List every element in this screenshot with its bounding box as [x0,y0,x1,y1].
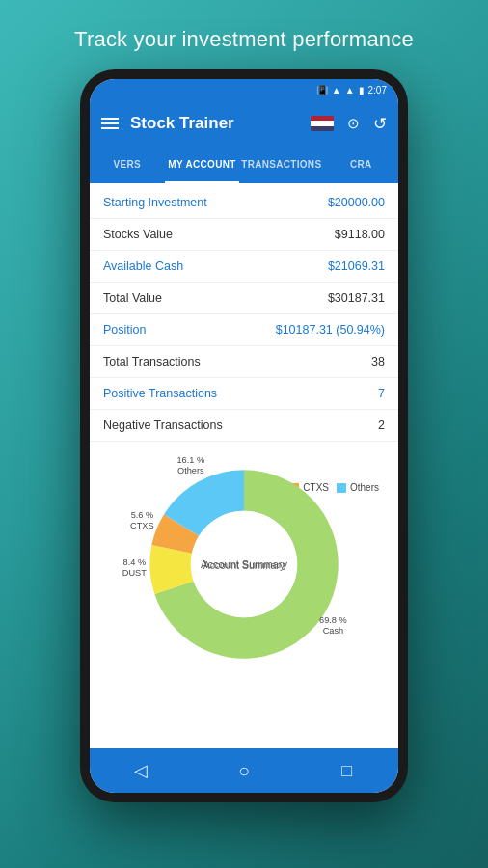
menu-button[interactable] [101,118,119,129]
row-label: Total Transactions [103,355,201,368]
table-row: Total Transactions38 [90,346,398,378]
row-value: 2 [378,419,385,432]
refresh-icon[interactable]: ↺ [373,114,387,134]
table-row: Available Cash$21069.31 [90,251,398,283]
row-label: Total Value [103,291,162,305]
phone-frame: 📳 ▲ ▲ ▮ 2:07 Stock Trainer ⊙ ↺ [80,69,408,802]
recent-apps-button[interactable] [328,751,366,790]
row-value: $10187.31 (50.94%) [276,323,385,337]
row-label: Stocks Value [103,228,173,241]
account-table: Starting Investment$20000.00Stocks Value… [90,183,398,446]
table-row: Positive Transactions7 [90,378,398,410]
row-value: $20000.00 [328,196,385,209]
donut-chart: 69.8 %Cash8.4 %DUST5.6 %CTXS16.1 %Others… [119,453,369,675]
wifi-icon: ▲ [332,85,341,95]
row-value: 7 [378,387,385,400]
row-label: Available Cash [103,259,183,273]
time-display: 2:07 [368,85,387,95]
table-row: Negative Transactions2 [90,410,398,442]
segment-label-others: 16.1 %Others [176,455,204,476]
tab-transactions[interactable]: TRANSACTIONS [239,147,323,183]
page-tagline: Track your investment performance [55,0,433,69]
row-label: Starting Investment [103,196,207,209]
camera-icon[interactable]: ⊙ [347,115,360,132]
table-row: Total Value$30187.31 [90,283,398,314]
phone-screen: 📳 ▲ ▲ ▮ 2:07 Stock Trainer ⊙ ↺ [90,79,398,793]
main-content: Starting Investment$20000.00Stocks Value… [90,183,398,748]
tab-vers[interactable]: VERS [90,147,165,183]
tab-my-account[interactable]: MY ACCOUNT [165,147,240,183]
row-label: Negative Transactions [103,419,223,432]
battery-icon: ▮ [359,85,365,95]
flag-icon[interactable] [311,116,334,131]
status-bar: 📳 ▲ ▲ ▮ 2:07 [90,79,398,100]
segment-label-dust: 8.4 %DUST [122,557,147,578]
row-value: $30187.31 [328,291,385,305]
row-value: $9118.00 [335,228,385,241]
signal-icon: ▲ [345,85,355,95]
app-bar: Stock Trainer ⊙ ↺ [90,100,398,147]
row-label: Positive Transactions [103,387,217,400]
row-value: 38 [371,355,385,368]
home-icon [238,760,250,782]
back-icon [134,760,148,781]
table-row: Starting Investment$20000.00 [90,187,398,219]
vibrate-icon: 📳 [316,85,328,95]
chart-center-label: Account Summary [201,558,287,570]
table-row: Position$10187.31 (50.94%) [90,314,398,346]
chart-section: CashDUSTCTXSOthers 69.8 %Cash8.4 %DUST5.… [90,446,398,683]
segment-label-cash: 69.8 %Cash [319,615,347,637]
row-label: Position [103,323,146,337]
home-button[interactable] [225,751,263,790]
segment-label-ctxs: 5.6 %CTXS [130,510,154,531]
bottom-navigation [90,748,398,793]
row-value: $21069.31 [328,259,385,273]
app-title: Stock Trainer [130,114,299,133]
recent-apps-icon [341,761,352,781]
tab-cra[interactable]: CRA [323,147,398,183]
status-icons: 📳 ▲ ▲ ▮ 2:07 [316,85,387,95]
app-bar-icons: ⊙ ↺ [311,114,387,134]
tabs-bar: VERS MY ACCOUNT TRANSACTIONS CRA [90,147,398,183]
back-button[interactable] [122,751,160,790]
table-row: Stocks Value$9118.00 [90,219,398,251]
